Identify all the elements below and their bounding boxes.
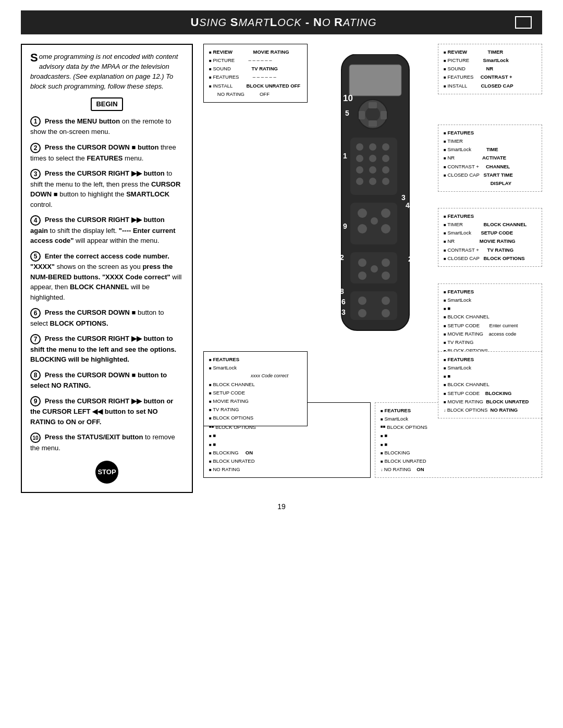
- svg-point-37: [382, 309, 390, 317]
- svg-point-31: [382, 272, 390, 280]
- svg-rect-1: [349, 65, 401, 96]
- page-number: 19: [21, 502, 542, 511]
- svg-rect-5: [369, 120, 377, 127]
- step-4: 4 Press the CURSOR RIGHT ▶▶ button again…: [30, 215, 183, 246]
- diagram-panel: ■ REVIEW MOVIE RATING ■ PICTURE – – – – …: [203, 44, 542, 493]
- svg-point-34: [358, 297, 366, 305]
- diagrams-container: ■ REVIEW MOVIE RATING ■ PICTURE – – – – …: [203, 44, 542, 398]
- svg-text:8: 8: [340, 287, 344, 295]
- step-9: 9 Press the CURSOR RIGHT ▶▶ button or th…: [30, 396, 183, 427]
- svg-point-28: [358, 258, 366, 267]
- menu-box-3: ■ FEATURES ■ TIMER ■ SmartLock TIME ■ NR…: [438, 125, 542, 192]
- menu-box-5: ■ FEATURES ■ SmartLock ■ ■ ■ BLOCK CHANN…: [438, 283, 542, 359]
- svg-text:4: 4: [406, 201, 410, 209]
- step-10: 10 Press the STATUS/EXIT button to remov…: [30, 432, 183, 453]
- svg-text:6: 6: [341, 298, 346, 306]
- svg-point-25: [381, 224, 390, 233]
- svg-point-35: [382, 297, 390, 305]
- svg-text:2: 2: [408, 255, 412, 263]
- stop-badge: STOP: [95, 461, 118, 484]
- svg-text:10: 10: [343, 93, 353, 103]
- svg-point-23: [381, 208, 390, 218]
- step-8: 8 Press the CURSOR DOWN ■ button to sele…: [30, 370, 183, 391]
- svg-point-15: [356, 166, 363, 174]
- svg-point-36: [358, 309, 366, 317]
- page-wrapper: USING SMARTLOCK - NO RATING Some program…: [21, 10, 542, 511]
- svg-text:1: 1: [343, 152, 347, 160]
- step-2: 2 Press the CURSOR DOWN ■ button three t…: [30, 142, 183, 163]
- svg-point-13: [369, 155, 376, 162]
- svg-point-9: [356, 143, 363, 151]
- remote-graphic: 5 1 3 4 9 7 9 2 8 6 3 2 10: [313, 54, 433, 359]
- svg-point-24: [358, 224, 367, 233]
- menu-box-6-right: ■ FEATURES ■ SmartLock ■ ■ ■ BLOCK CHANN…: [438, 351, 542, 418]
- svg-rect-4: [369, 102, 377, 108]
- svg-point-22: [358, 208, 367, 218]
- svg-rect-6: [359, 111, 365, 119]
- svg-text:5: 5: [345, 109, 349, 117]
- svg-point-10: [369, 143, 376, 151]
- svg-text:9: 9: [410, 209, 414, 217]
- menu-box-2: ■ REVIEW TIMER ■ PICTURE SmartLock ■ SOU…: [438, 44, 542, 94]
- step-7: 7 Press the CURSOR RIGHT ▶▶ button to sh…: [30, 334, 183, 365]
- intro-body: ome programming is not encoded with cont…: [30, 53, 178, 90]
- svg-point-14: [382, 155, 389, 162]
- svg-text:2: 2: [340, 253, 344, 262]
- svg-point-29: [382, 258, 390, 267]
- page-title: USING SMARTLOCK - NO RATING: [52, 16, 515, 29]
- svg-point-3: [365, 107, 380, 121]
- svg-point-26: [371, 217, 378, 225]
- svg-point-18: [356, 178, 363, 185]
- menu-box-6-left: ■ FEATURES ■ SmartLock xxxx Code correct…: [203, 351, 308, 426]
- step-1: 1 Press the MENU button on the remote to…: [30, 116, 183, 137]
- instructions-panel: Some programming is not encoded with con…: [21, 44, 193, 493]
- svg-text:9: 9: [343, 222, 347, 230]
- svg-text:3: 3: [401, 193, 406, 202]
- svg-point-19: [369, 178, 376, 185]
- step-5: 5 Enter the correct access code number. …: [30, 251, 183, 303]
- svg-point-16: [369, 166, 376, 174]
- menu-box-1: ■ REVIEW MOVIE RATING ■ PICTURE – – – – …: [203, 44, 308, 103]
- svg-point-11: [382, 143, 389, 151]
- svg-point-20: [382, 178, 389, 185]
- intro-text: Some programming is not encoded with con…: [30, 52, 183, 91]
- step-3: 3 Press the CURSOR RIGHT ▶▶ button to sh…: [30, 168, 183, 209]
- svg-rect-7: [381, 111, 387, 119]
- svg-point-30: [358, 272, 366, 280]
- svg-point-32: [371, 265, 378, 273]
- svg-point-12: [356, 155, 363, 162]
- svg-point-17: [382, 166, 389, 174]
- step-6: 6 Press the CURSOR DOWN ■ button to sele…: [30, 307, 183, 328]
- main-content: Some programming is not encoded with con…: [21, 44, 542, 493]
- header-box: [515, 16, 532, 29]
- svg-text:3: 3: [341, 308, 346, 316]
- page-header: USING SMARTLOCK - NO RATING: [21, 10, 542, 34]
- svg-text:7: 7: [410, 219, 414, 228]
- begin-badge: BEGIN: [91, 97, 123, 111]
- drop-cap: S: [30, 52, 38, 64]
- menu-box-4: ■ FEATURES ■ TIMER BLOCK CHANNEL ■ Smart…: [438, 208, 542, 267]
- svg-rect-33: [350, 291, 397, 320]
